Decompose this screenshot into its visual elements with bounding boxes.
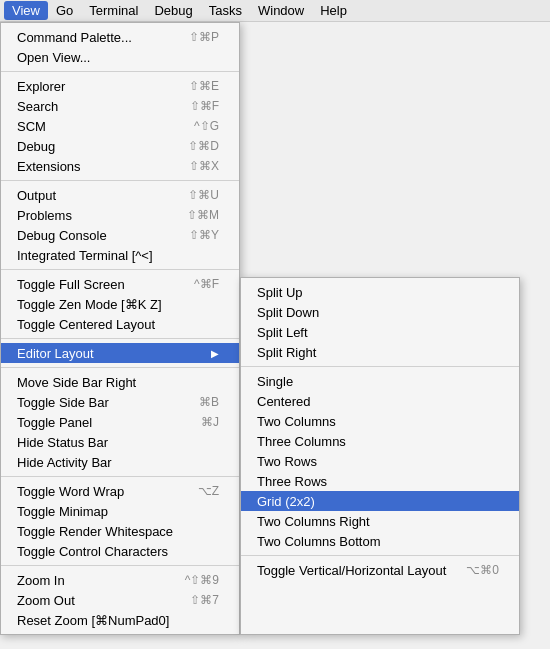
separator [1, 269, 239, 270]
menu-debug[interactable]: Debug [146, 1, 200, 20]
menu-window[interactable]: Window [250, 1, 312, 20]
menu-terminal[interactable]: Terminal [81, 1, 146, 20]
menu-item-output[interactable]: Output ⇧⌘U [1, 185, 239, 205]
menu-item-integrated-terminal[interactable]: Integrated Terminal [^<] [1, 245, 239, 265]
menu-go[interactable]: Go [48, 1, 81, 20]
menu-item-debug-console[interactable]: Debug Console ⇧⌘Y [1, 225, 239, 245]
submenu-item-centered[interactable]: Centered [241, 391, 519, 411]
menu-item-shortcut: ⇧⌘X [189, 159, 219, 173]
menu-item-label: Extensions [17, 159, 81, 174]
menu-item-shortcut: ⇧⌘E [189, 79, 219, 93]
submenu-item-label: Three Rows [257, 474, 327, 489]
menu-item-scm[interactable]: SCM ^⇧G [1, 116, 239, 136]
menu-item-label: Command Palette... [17, 30, 132, 45]
menu-item-zoom-in[interactable]: Zoom In ^⇧⌘9 [1, 570, 239, 590]
menu-item-label: Toggle Side Bar [17, 395, 109, 410]
menu-item-problems[interactable]: Problems ⇧⌘M [1, 205, 239, 225]
menu-item-label: Open View... [17, 50, 90, 65]
submenu-item-two-rows[interactable]: Two Rows [241, 451, 519, 471]
separator [1, 367, 239, 368]
menu-help[interactable]: Help [312, 1, 355, 20]
menu-item-shortcut: ^⇧⌘9 [185, 573, 219, 587]
submenu-item-split-right[interactable]: Split Right [241, 342, 519, 362]
menu-item-toggle-panel[interactable]: Toggle Panel ⌘J [1, 412, 239, 432]
menu-item-label: Output [17, 188, 56, 203]
menu-tasks[interactable]: Tasks [201, 1, 250, 20]
menu-item-shortcut: ⇧⌘F [190, 99, 219, 113]
menu-view[interactable]: View [4, 1, 48, 20]
menu-item-shortcut: ^⌘F [194, 277, 219, 291]
menu-item-extensions[interactable]: Extensions ⇧⌘X [1, 156, 239, 176]
menu-bar: View Go Terminal Debug Tasks Window Help [0, 0, 550, 22]
menu-item-explorer[interactable]: Explorer ⇧⌘E [1, 76, 239, 96]
submenu-item-three-rows[interactable]: Three Rows [241, 471, 519, 491]
separator [1, 476, 239, 477]
submenu-item-shortcut: ⌥⌘0 [466, 563, 499, 577]
submenu-item-label: Grid (2x2) [257, 494, 315, 509]
menu-item-label: Editor Layout [17, 346, 94, 361]
menu-item-label: SCM [17, 119, 46, 134]
menu-item-search[interactable]: Search ⇧⌘F [1, 96, 239, 116]
menu-item-toggle-side-bar[interactable]: Toggle Side Bar ⌘B [1, 392, 239, 412]
submenu-item-two-columns-right[interactable]: Two Columns Right [241, 511, 519, 531]
menu-item-label: Toggle Control Characters [17, 544, 168, 559]
menu-item-hide-activity-bar[interactable]: Hide Activity Bar [1, 452, 239, 472]
submenu-item-label: Two Columns Right [257, 514, 370, 529]
menu-item-debug[interactable]: Debug ⇧⌘D [1, 136, 239, 156]
menu-item-toggle-word-wrap[interactable]: Toggle Word Wrap ⌥Z [1, 481, 239, 501]
menu-item-move-side-bar-right[interactable]: Move Side Bar Right [1, 372, 239, 392]
menu-item-shortcut: ⌥Z [198, 484, 219, 498]
menu-item-open-view[interactable]: Open View... [1, 47, 239, 67]
submenu-item-split-left[interactable]: Split Left [241, 322, 519, 342]
submenu-item-label: Split Down [257, 305, 319, 320]
menu-item-reset-zoom[interactable]: Reset Zoom [⌘NumPad0] [1, 610, 239, 630]
menu-item-label: Hide Activity Bar [17, 455, 112, 470]
menu-item-label: Problems [17, 208, 72, 223]
menu-item-shortcut: ⇧⌘7 [190, 593, 219, 607]
submenu-item-split-up[interactable]: Split Up [241, 282, 519, 302]
submenu-item-label: Centered [257, 394, 310, 409]
menu-item-editor-layout[interactable]: Editor Layout ▶ [1, 343, 239, 363]
menu-item-shortcut: ⇧⌘M [187, 208, 219, 222]
submenu-item-label: Split Up [257, 285, 303, 300]
separator [241, 366, 519, 367]
menu-item-toggle-full-screen[interactable]: Toggle Full Screen ^⌘F [1, 274, 239, 294]
menu-item-label: Zoom In [17, 573, 65, 588]
submenu-item-three-columns[interactable]: Three Columns [241, 431, 519, 451]
menu-item-label: Toggle Render Whitespace [17, 524, 173, 539]
menu-item-toggle-zen-mode[interactable]: Toggle Zen Mode [⌘K Z] [1, 294, 239, 314]
submenu-item-two-columns-bottom[interactable]: Two Columns Bottom [241, 531, 519, 551]
menu-item-zoom-out[interactable]: Zoom Out ⇧⌘7 [1, 590, 239, 610]
submenu-item-label: Two Columns Bottom [257, 534, 381, 549]
submenu-item-grid-2x2[interactable]: Grid (2x2) [241, 491, 519, 511]
dropdown-container: Command Palette... ⇧⌘P Open View... Expl… [0, 22, 520, 635]
submenu-item-split-down[interactable]: Split Down [241, 302, 519, 322]
view-dropdown-menu: Command Palette... ⇧⌘P Open View... Expl… [0, 22, 240, 635]
menu-item-label: Hide Status Bar [17, 435, 108, 450]
separator [1, 565, 239, 566]
menu-item-command-palette[interactable]: Command Palette... ⇧⌘P [1, 27, 239, 47]
submenu-item-label: Two Columns [257, 414, 336, 429]
submenu-item-label: Single [257, 374, 293, 389]
separator [1, 338, 239, 339]
menu-item-hide-status-bar[interactable]: Hide Status Bar [1, 432, 239, 452]
menu-item-label: Toggle Centered Layout [17, 317, 155, 332]
menu-item-shortcut: ⌘J [201, 415, 219, 429]
submenu-item-label: Three Columns [257, 434, 346, 449]
menu-item-label: Zoom Out [17, 593, 75, 608]
menu-item-shortcut: ⌘B [199, 395, 219, 409]
editor-layout-submenu: Split Up Split Down Split Left Split Rig… [240, 277, 520, 635]
submenu-item-toggle-vertical-horizontal[interactable]: Toggle Vertical/Horizontal Layout ⌥⌘0 [241, 560, 519, 580]
submenu-item-single[interactable]: Single [241, 371, 519, 391]
submenu-item-two-columns[interactable]: Two Columns [241, 411, 519, 431]
menu-item-label: Toggle Word Wrap [17, 484, 124, 499]
menu-item-toggle-render-whitespace[interactable]: Toggle Render Whitespace [1, 521, 239, 541]
menu-item-shortcut: ⇧⌘U [188, 188, 219, 202]
submenu-item-label: Toggle Vertical/Horizontal Layout [257, 563, 446, 578]
menu-item-toggle-control-characters[interactable]: Toggle Control Characters [1, 541, 239, 561]
menu-item-toggle-minimap[interactable]: Toggle Minimap [1, 501, 239, 521]
menu-item-toggle-centered-layout[interactable]: Toggle Centered Layout [1, 314, 239, 334]
menu-item-shortcut: ⇧⌘Y [189, 228, 219, 242]
separator [1, 71, 239, 72]
submenu-item-label: Split Left [257, 325, 308, 340]
